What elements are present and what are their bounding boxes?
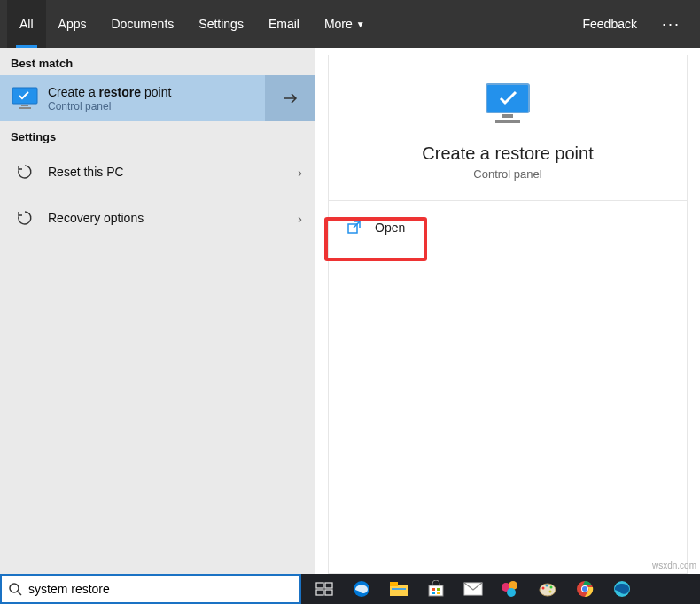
search-filter-tabs: All Apps Documents Settings Email More ▼… xyxy=(0,0,700,48)
svg-rect-17 xyxy=(429,585,443,596)
svg-rect-5 xyxy=(495,120,520,123)
taskbar-chrome[interactable] xyxy=(567,574,603,604)
search-results-panel: Best match Create a restore point Contro… xyxy=(0,48,315,574)
tab-apps[interactable]: Apps xyxy=(46,0,99,48)
divider xyxy=(329,200,687,201)
best-match-header: Best match xyxy=(0,48,315,75)
taskbar-edge[interactable] xyxy=(344,574,379,604)
taskbar-app-colorful[interactable] xyxy=(493,574,528,604)
taskbar-file-explorer[interactable] xyxy=(381,574,416,604)
expand-arrow-button[interactable] xyxy=(265,75,315,121)
svg-rect-21 xyxy=(437,592,440,594)
result-recovery-options[interactable]: Recovery options › xyxy=(0,195,315,241)
svg-point-30 xyxy=(549,591,552,593)
tab-settings-label: Settings xyxy=(198,17,244,31)
tab-email-label: Email xyxy=(268,17,299,31)
svg-point-28 xyxy=(546,585,548,587)
taskbar-mail[interactable] xyxy=(455,574,491,604)
result-subtitle: Control panel xyxy=(48,100,171,112)
result-reset-this-pc[interactable]: Reset this PC › xyxy=(0,149,315,195)
svg-point-33 xyxy=(582,586,587,592)
svg-point-8 xyxy=(10,584,19,592)
feedback-label: Feedback xyxy=(583,17,637,31)
reset-icon xyxy=(11,158,39,186)
taskbar xyxy=(301,574,700,604)
svg-point-27 xyxy=(542,587,545,590)
svg-rect-16 xyxy=(392,588,406,590)
taskbar-paint[interactable] xyxy=(530,574,565,604)
chevron-right-icon: › xyxy=(298,211,302,226)
svg-rect-18 xyxy=(432,588,435,591)
detail-subtitle: Control panel xyxy=(329,167,687,181)
tab-documents[interactable]: Documents xyxy=(98,0,186,48)
result-label: Reset this PC xyxy=(48,165,124,179)
svg-rect-4 xyxy=(502,114,513,118)
svg-point-25 xyxy=(507,588,516,597)
svg-rect-2 xyxy=(19,107,31,109)
chevron-right-icon: › xyxy=(298,165,302,180)
tab-more[interactable]: More ▼ xyxy=(312,0,377,48)
result-text: Create a restore point Control panel xyxy=(48,85,171,112)
tab-more-label: More xyxy=(324,17,353,31)
result-label: Recovery options xyxy=(48,211,144,225)
tab-all[interactable]: All xyxy=(7,0,46,48)
monitor-check-icon xyxy=(479,76,536,133)
svg-rect-11 xyxy=(316,590,323,595)
chevron-down-icon: ▼ xyxy=(356,19,365,29)
svg-rect-19 xyxy=(437,588,440,591)
svg-rect-20 xyxy=(432,592,435,594)
result-detail-panel: Create a restore point Control panel Ope… xyxy=(315,48,700,574)
tab-settings[interactable]: Settings xyxy=(186,0,256,48)
recovery-icon xyxy=(11,204,39,232)
feedback-button[interactable]: Feedback xyxy=(571,0,649,48)
svg-rect-1 xyxy=(21,105,28,106)
detail-title: Create a restore point xyxy=(329,143,687,164)
open-icon xyxy=(346,220,362,236)
tab-all-label: All xyxy=(19,17,34,31)
task-view-button[interactable] xyxy=(307,574,342,604)
svg-point-29 xyxy=(550,586,553,589)
result-create-restore-point[interactable]: Create a restore point Control panel xyxy=(0,75,315,121)
tab-apps-label: Apps xyxy=(58,17,87,31)
watermark: wsxdn.com xyxy=(652,561,696,570)
open-button[interactable]: Open xyxy=(334,208,430,247)
svg-rect-9 xyxy=(316,583,323,588)
tab-email[interactable]: Email xyxy=(256,0,312,48)
settings-header: Settings xyxy=(0,121,315,149)
search-input[interactable] xyxy=(28,576,299,602)
search-box[interactable] xyxy=(0,574,301,604)
monitor-check-icon xyxy=(11,84,39,112)
search-icon xyxy=(2,582,28,596)
taskbar-store[interactable] xyxy=(418,574,454,604)
more-options-button[interactable]: ··· xyxy=(649,15,693,34)
svg-rect-12 xyxy=(325,590,332,595)
tab-documents-label: Documents xyxy=(111,17,174,31)
svg-rect-15 xyxy=(390,582,398,586)
svg-rect-10 xyxy=(325,583,332,588)
open-label: Open xyxy=(375,221,405,235)
taskbar-edge-chromium[interactable] xyxy=(604,574,640,604)
